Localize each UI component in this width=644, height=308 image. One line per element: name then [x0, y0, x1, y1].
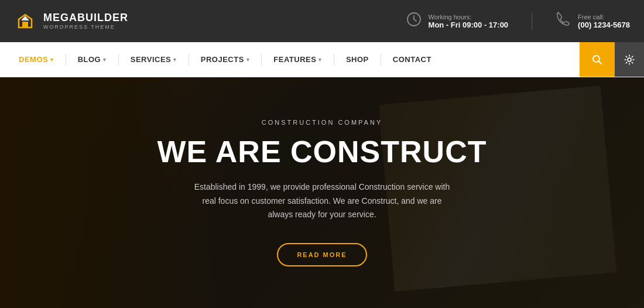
working-hours-info: Working hours: Mon - Fri 09:00 - 17:00: [406, 12, 509, 30]
phone-icon: [556, 12, 571, 30]
hero-title: WE ARE CONSTRUCT: [157, 135, 487, 169]
working-hours-text: Working hours: Mon - Fri 09:00 - 17:00: [429, 13, 509, 29]
phone-text: Free call: (00) 1234-5678: [578, 13, 630, 29]
settings-button[interactable]: [615, 42, 644, 77]
clock-icon: [406, 12, 422, 30]
working-hours-value: Mon - Fri 09:00 - 17:00: [429, 20, 509, 29]
nav-item-blog[interactable]: BLOG ▾: [71, 42, 114, 77]
nav-bar: DEMOS ▾ BLOG ▾ SERVICES ▾ PROJECTS ▾ FEA…: [0, 42, 644, 77]
nav-items: DEMOS ▾ BLOG ▾ SERVICES ▾ PROJECTS ▾ FEA…: [0, 42, 580, 77]
nav-divider: [118, 54, 119, 66]
working-hours-label: Working hours:: [429, 13, 509, 20]
nav-divider: [381, 54, 381, 66]
chevron-down-icon: ▾: [318, 57, 322, 63]
nav-right: [580, 42, 644, 77]
top-divider: [532, 12, 532, 30]
nav-item-projects[interactable]: PROJECTS ▾: [194, 42, 257, 77]
nav-item-shop[interactable]: SHOP: [339, 42, 376, 77]
phone-info: Free call: (00) 1234-5678: [556, 12, 630, 30]
nav-item-demos[interactable]: DEMOS ▾: [12, 42, 61, 77]
hero-description: Established in 1999, we provide professi…: [193, 180, 451, 222]
svg-rect-0: [14, 10, 36, 32]
hero-cta-button[interactable]: READ MORE: [277, 243, 366, 266]
free-call-value: (00) 1234-5678: [578, 20, 630, 29]
chevron-down-icon: ▾: [103, 57, 107, 63]
logo[interactable]: MEGABUILDER WORDPRESS THEME: [14, 10, 128, 32]
hero-eyebrow: CONSTRUCTION COMPANY: [262, 119, 382, 126]
nav-divider: [189, 54, 189, 66]
search-button[interactable]: [580, 42, 615, 77]
logo-icon: [14, 10, 36, 32]
logo-text: MEGABUILDER WORDPRESS THEME: [43, 12, 128, 30]
nav-item-services[interactable]: SERVICES ▾: [124, 42, 184, 77]
chevron-down-icon: ▾: [50, 57, 54, 63]
nav-item-features[interactable]: FEATURES ▾: [266, 42, 329, 77]
chevron-down-icon: ▾: [246, 57, 250, 63]
svg-line-6: [414, 19, 416, 21]
svg-line-8: [599, 61, 602, 64]
svg-rect-2: [22, 22, 28, 28]
nav-divider: [66, 54, 66, 66]
logo-title: MEGABUILDER: [43, 12, 128, 24]
nav-item-contact[interactable]: CONTACT: [386, 42, 439, 77]
free-call-label: Free call:: [578, 13, 630, 20]
nav-divider: [334, 54, 334, 66]
hero-section: CONSTRUCTION COMPANY WE ARE CONSTRUCT Es…: [0, 77, 644, 308]
hero-content: CONSTRUCTION COMPANY WE ARE CONSTRUCT Es…: [0, 77, 644, 308]
top-bar-right: Working hours: Mon - Fri 09:00 - 17:00 F…: [406, 12, 630, 30]
top-bar: MEGABUILDER WORDPRESS THEME Working hour…: [0, 0, 644, 42]
logo-subtitle: WORDPRESS THEME: [43, 24, 128, 30]
chevron-down-icon: ▾: [173, 57, 177, 63]
nav-divider: [261, 54, 262, 66]
svg-point-9: [628, 58, 631, 61]
